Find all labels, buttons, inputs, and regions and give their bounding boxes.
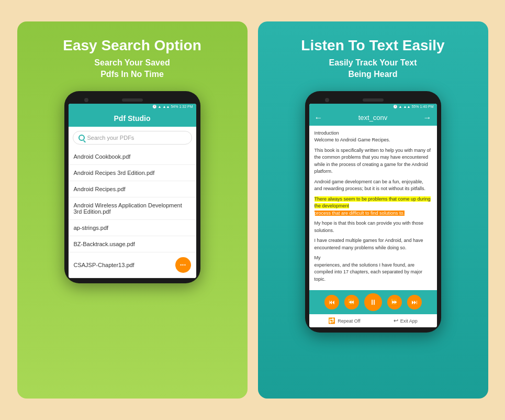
content-paragraph: This book is specifically written to hel…: [315, 147, 432, 175]
speaker-bar: [363, 98, 384, 102]
exit-app-button[interactable]: ↩ Exit App: [394, 317, 418, 324]
content-paragraph: IntroductionWelcome to Android Game Reci…: [315, 130, 432, 144]
pdf-filename: Android Cookbook.pdf: [74, 153, 131, 160]
bottom-controls: 🔁 Repeat Off ↩ Exit App: [309, 314, 437, 327]
rewind-icon: ⏪: [347, 299, 355, 306]
time-text: 1:32 PM: [179, 105, 193, 108]
reader-content: IntroductionWelcome to Android Game Reci…: [309, 126, 437, 291]
pdf-list: Android Cookbook.pdf Android Recipes 3rd…: [69, 149, 196, 278]
repeat-icon: 🔁: [328, 317, 335, 324]
back-arrow-icon[interactable]: ←: [315, 113, 323, 123]
content-paragraph: I have created multiple games for Androi…: [315, 237, 432, 251]
highlight-yellow: There always seem to be problems that co…: [315, 196, 431, 209]
pause-icon: ⏸: [369, 298, 377, 306]
prev-track-button[interactable]: ⏮: [324, 295, 339, 310]
repeat-button[interactable]: 🔁 Repeat Off: [328, 317, 360, 324]
search-icon: [78, 135, 85, 141]
right-panel-subtitle: Easily Track Your TextBeing Heard: [329, 57, 417, 81]
left-phone-screen: 🕐 ▲ ▲▲ 54% 1:32 PM Pdf Studio Search you…: [69, 104, 196, 278]
highlighted-paragraph: There always seem to be problems that co…: [315, 196, 432, 217]
left-panel-subtitle: Search Your SavedPdfs In No Time: [94, 57, 170, 81]
battery-text: 55%: [411, 105, 419, 108]
camera-dot: [84, 98, 88, 102]
fast-forward-button[interactable]: ⏩: [387, 295, 402, 310]
fast-forward-icon: ⏩: [390, 299, 398, 306]
pdf-filename: Android Wireless Application Development…: [74, 202, 182, 215]
list-item[interactable]: Android Recipes 3rd Edition.pdf: [69, 165, 196, 181]
right-status-bar: 🕐 ▲ ▲▲ 55% 1:40 PM: [309, 104, 437, 110]
signal-icon: ▲▲: [163, 105, 170, 108]
exit-icon: ↩: [394, 317, 398, 324]
right-phone-top-bar: [309, 96, 437, 104]
time-text: 1:40 PM: [420, 105, 433, 108]
right-panel: Listen To Text Easily Easily Track Your …: [258, 21, 488, 399]
left-panel-title: Easy Search Option: [63, 37, 201, 54]
reader-title: text_conv: [358, 114, 388, 121]
right-phone: 🕐 ▲ ▲▲ 55% 1:40 PM ← text_conv → Introdu…: [305, 91, 441, 333]
prev-track-icon: ⏮: [329, 299, 335, 306]
list-item[interactable]: Android Wireless Application Development…: [69, 197, 196, 220]
left-panel: Easy Search Option Search Your SavedPdfs…: [17, 21, 248, 399]
main-container: Easy Search Option Search Your SavedPdfs…: [17, 21, 488, 399]
list-item[interactable]: CSAJSP-Chapter13.pdf ···: [69, 252, 196, 278]
more-options-button[interactable]: ···: [175, 257, 191, 273]
pdf-filename: Android Recipes.pdf: [74, 186, 126, 192]
content-paragraph: Myexperiences, and the solutions I have …: [315, 255, 432, 283]
pdf-filename: BZ-Backtrack.usage.pdf: [74, 241, 135, 247]
list-item[interactable]: Android Recipes.pdf: [69, 181, 196, 197]
pdf-filename: CSAJSP-Chapter13.pdf: [74, 262, 134, 268]
wifi-icon: ▲: [158, 105, 162, 108]
time-display: 🕐: [393, 105, 398, 109]
left-status-bar: 🕐 ▲ ▲▲ 54% 1:32 PM: [69, 104, 196, 110]
status-icons: 🕐 ▲ ▲▲ 55% 1:40 PM: [393, 105, 434, 109]
highlight-orange: process that are difficult to find solut…: [315, 211, 405, 216]
time-display: 🕐: [152, 105, 157, 109]
signal-icon: ▲▲: [403, 105, 411, 108]
next-track-button[interactable]: ⏭: [407, 295, 422, 310]
left-phone: 🕐 ▲ ▲▲ 54% 1:32 PM Pdf Studio Search you…: [64, 91, 200, 283]
rewind-button[interactable]: ⏪: [344, 295, 359, 310]
content-paragraph: Android game development can be a fun, e…: [315, 179, 432, 193]
battery-text: 54%: [171, 105, 178, 108]
more-icon: ···: [180, 261, 186, 269]
content-paragraph: My hope is that this book can provide yo…: [315, 220, 432, 234]
pause-button[interactable]: ⏸: [364, 293, 382, 311]
repeat-label: Repeat Off: [338, 318, 360, 324]
wifi-icon: ▲: [399, 105, 402, 108]
left-phone-top-bar: [69, 96, 196, 104]
reader-header: ← text_conv →: [309, 110, 437, 126]
speaker-bar: [122, 98, 143, 102]
exit-label: Exit App: [400, 318, 418, 324]
search-placeholder: Search your PDFs: [87, 135, 134, 141]
list-item[interactable]: ap-strings.pdf: [69, 220, 196, 236]
next-track-icon: ⏭: [411, 299, 418, 306]
pdf-header: Pdf Studio: [69, 110, 196, 127]
list-item[interactable]: Android Cookbook.pdf: [69, 149, 196, 165]
list-item[interactable]: BZ-Backtrack.usage.pdf: [69, 236, 196, 252]
forward-arrow-icon[interactable]: →: [423, 113, 432, 123]
search-bar[interactable]: Search your PDFs: [73, 131, 192, 145]
pdf-filename: Android Recipes 3rd Edition.pdf: [74, 170, 155, 176]
right-panel-title: Listen To Text Easily: [301, 37, 444, 54]
right-phone-screen: 🕐 ▲ ▲▲ 55% 1:40 PM ← text_conv → Introdu…: [309, 104, 437, 328]
pdf-filename: ap-strings.pdf: [74, 225, 109, 231]
status-icons: 🕐 ▲ ▲▲ 54% 1:32 PM: [152, 105, 193, 109]
camera-dot: [325, 98, 329, 102]
player-bar: ⏮ ⏪ ⏸ ⏩ ⏭: [309, 290, 437, 314]
